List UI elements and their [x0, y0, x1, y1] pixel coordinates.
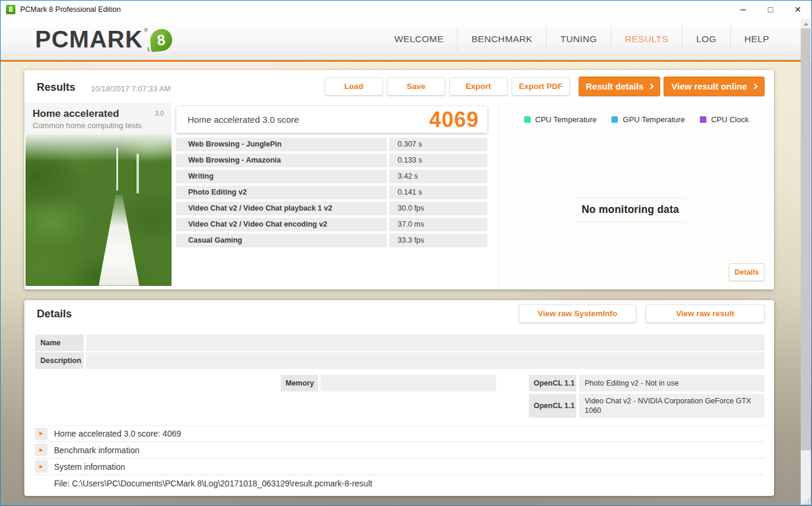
monitoring-panel: CPU Temperature GPU Temperature CPU Cloc…: [498, 103, 774, 289]
score-column: Home accelerated 3.0 score 4069 Web Brow…: [176, 106, 487, 250]
details-panel: Details View raw SystemInfo View raw res…: [24, 300, 774, 496]
opencl-label: OpenCL 1.1: [529, 375, 576, 392]
vertical-scrollbar[interactable]: [801, 19, 811, 505]
export-button[interactable]: Export: [449, 77, 508, 96]
view-raw-result-button[interactable]: View raw result: [646, 304, 765, 323]
score-label: Home accelerated 3.0 score: [188, 114, 299, 125]
table-row: Video Chat v2 / Video Chat playback 1 v2…: [176, 202, 487, 215]
test-name-cell: Web Browsing - JunglePin: [176, 138, 387, 151]
table-row: Casual Gaming 33.3 fps: [176, 234, 487, 247]
main-nav: WELCOME BENCHMARK TUNING RESULTS LOG HEL…: [380, 27, 783, 52]
memory-field-row: Memory: [281, 375, 496, 392]
load-button[interactable]: Load: [325, 77, 383, 96]
window-controls: – □ ✕: [729, 1, 811, 18]
section-title: Home accelerated 3.0 score: 4069: [54, 429, 181, 438]
test-name-cell: Video Chat v2 / Video Chat encoding v2: [176, 218, 387, 231]
test-version: 3.0: [155, 110, 164, 117]
test-value-cell: 0.141 s: [389, 186, 487, 199]
legend-cpu-clock: CPU Clock: [700, 115, 749, 124]
results-panel: Results 10/18/2017 7:07:33 AM Load Save …: [24, 70, 774, 289]
name-field-row: Name: [35, 335, 765, 351]
legend-gpu-temperature: GPU Temperature: [611, 115, 685, 124]
opencl-row: OpenCL 1.1 Video Chat v2 - NVIDIA Corpor…: [529, 394, 765, 418]
view-result-online-button[interactable]: View result online: [664, 77, 765, 96]
test-subtitle: Common home computing tests: [33, 121, 164, 130]
test-value-cell: 30.0 fps: [389, 202, 487, 215]
score-value: 4069: [429, 107, 479, 132]
table-row: Video Chat v2 / Video Chat encoding v2 3…: [176, 218, 487, 231]
legend-label: CPU Clock: [711, 115, 749, 124]
score-card: Home accelerated 3.0 score 4069: [176, 106, 487, 133]
view-raw-systeminfo-button[interactable]: View raw SystemInfo: [519, 304, 636, 323]
waterfall-image: [26, 134, 172, 286]
chevron-right-icon: [648, 84, 654, 90]
view-result-online-label: View result online: [671, 81, 747, 91]
test-summary-column: Home accelerated 3.0 Common home computi…: [24, 103, 172, 286]
test-value-cell: 0.307 s: [389, 138, 487, 151]
scrollbar-thumb[interactable]: [801, 28, 811, 450]
cpu-clock-swatch: [700, 116, 706, 123]
test-value-cell: 3.42 s: [389, 170, 487, 183]
close-button[interactable]: ✕: [784, 1, 811, 18]
test-value-cell: 37.0 ms: [389, 218, 487, 231]
test-name-cell: Video Chat v2 / Video Chat playback 1 v2: [176, 202, 387, 215]
test-name-cell: Photo Editing v2: [176, 186, 387, 199]
monitoring-details-button[interactable]: Details: [729, 263, 765, 281]
expand-arrow-icon: ▶: [35, 460, 47, 473]
test-value-cell: 0.133 s: [389, 154, 487, 167]
save-button[interactable]: Save: [387, 77, 445, 96]
benchmark-results-table: Web Browsing - JunglePin 0.307 s Web Bro…: [176, 138, 487, 247]
test-name: Home accelerated: [33, 108, 164, 120]
chevron-right-icon: [751, 84, 757, 90]
opencl-row: OpenCL 1.1 Photo Editing v2 - Not in use: [529, 375, 765, 392]
expandable-section-benchmark-info[interactable]: ▶ Benchmark information: [35, 442, 765, 459]
nav-help[interactable]: HELP: [730, 27, 783, 52]
legend-cpu-temperature: CPU Temperature: [524, 115, 597, 124]
gpu-temperature-swatch: [611, 116, 618, 123]
window-titlebar: 8 PCMark 8 Professional Edition – □ ✕: [1, 1, 811, 18]
expandable-section-system-info[interactable]: ▶ System information: [35, 459, 765, 475]
section-title: Benchmark information: [54, 445, 139, 455]
description-field[interactable]: [86, 352, 765, 369]
results-title: Results: [37, 81, 75, 94]
legend-label: GPU Temperature: [623, 115, 685, 124]
nav-benchmark[interactable]: BENCHMARK: [457, 27, 546, 52]
test-name-cell: Web Browsing - Amazonia: [176, 154, 387, 167]
logo-text: PCMARK: [35, 26, 143, 53]
file-path-text: File: C:\Users\PC\Documents\PCMark 8\Log…: [54, 479, 372, 488]
section-title: System information: [54, 462, 125, 472]
expandable-section-score[interactable]: ▶ Home accelerated 3.0 score: 4069: [35, 425, 765, 442]
scroll-up-button[interactable]: [801, 19, 811, 28]
app-header: PCMARK ® 8 WELCOME BENCHMARK TUNING RESU…: [1, 18, 801, 62]
cpu-temperature-swatch: [524, 116, 531, 123]
opencl-value: Video Chat v2 - NVIDIA Corporation GeFor…: [579, 394, 765, 418]
expand-arrow-icon: ▶: [35, 428, 47, 440]
waterfall-stream: [137, 154, 139, 193]
description-field-row: Description: [35, 352, 765, 369]
content-area: Results 10/18/2017 7:07:33 AM Load Save …: [1, 62, 811, 505]
table-row: Web Browsing - JunglePin 0.307 s: [176, 138, 487, 151]
no-monitoring-data-text: No monitoring data: [576, 203, 685, 216]
name-field[interactable]: [86, 335, 765, 351]
table-row: Writing 3.42 s: [176, 170, 487, 183]
result-details-label: Result details: [586, 81, 644, 91]
nav-tuning[interactable]: TUNING: [546, 27, 611, 52]
registered-mark: ®: [144, 27, 148, 33]
test-header: Home accelerated 3.0 Common home computi…: [24, 103, 172, 134]
opencl-label: OpenCL 1.1: [529, 394, 576, 418]
nav-log[interactable]: LOG: [682, 27, 730, 52]
results-timestamp: 10/18/2017 7:07:33 AM: [91, 84, 170, 93]
result-details-button[interactable]: Result details: [579, 77, 660, 96]
no-monitoring-data-block: No monitoring data: [576, 198, 685, 222]
app-window: 8 PCMark 8 Professional Edition – □ ✕ PC…: [0, 0, 812, 506]
details-toolbar: View raw SystemInfo View raw result: [509, 304, 765, 323]
test-value-cell: 33.3 fps: [389, 234, 487, 247]
memory-label: Memory: [281, 375, 318, 392]
test-name-cell: Writing: [176, 170, 387, 183]
minimize-button[interactable]: –: [729, 1, 757, 18]
nav-results[interactable]: RESULTS: [611, 27, 682, 52]
table-row: Web Browsing - Amazonia 0.133 s: [176, 154, 487, 167]
nav-welcome[interactable]: WELCOME: [380, 27, 457, 52]
maximize-button[interactable]: □: [757, 1, 784, 18]
export-pdf-button[interactable]: Export PDF: [512, 77, 570, 96]
